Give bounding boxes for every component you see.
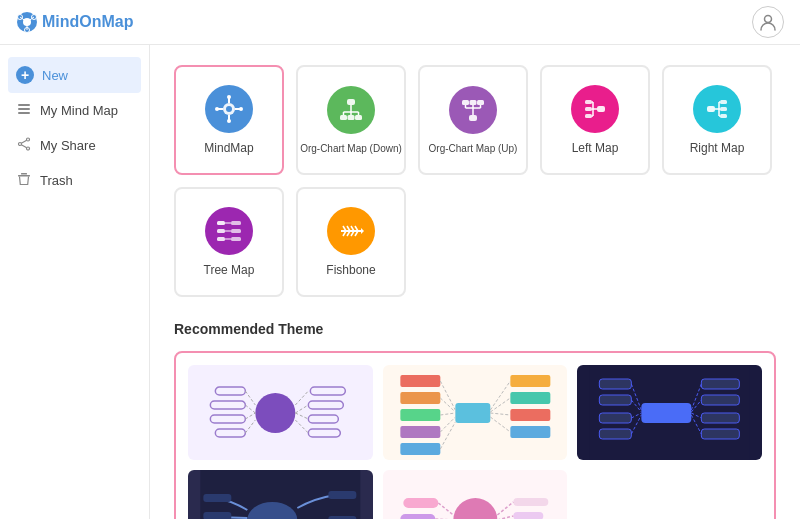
svg-line-16: [21, 145, 26, 148]
svg-rect-29: [347, 99, 355, 105]
svg-rect-68: [231, 221, 241, 225]
map-card-right-map[interactable]: Right Map: [662, 65, 772, 175]
left-map-label: Left Map: [572, 141, 619, 155]
sidebar-trash-label: Trash: [40, 173, 73, 188]
user-avatar[interactable]: [752, 6, 784, 38]
map-card-org-down[interactable]: Org-Chart Map (Down): [296, 65, 406, 175]
svg-point-26: [227, 119, 231, 123]
sidebar: + New My Mind Map: [0, 45, 150, 519]
svg-rect-66: [217, 229, 225, 233]
trash-icon: [16, 172, 32, 189]
svg-rect-134: [600, 413, 632, 423]
section-title: Recommended Theme: [174, 321, 776, 337]
svg-line-15: [21, 140, 26, 143]
svg-point-28: [239, 107, 243, 111]
svg-rect-38: [469, 115, 477, 121]
logo: MindOnMap: [16, 11, 134, 33]
svg-rect-67: [217, 237, 225, 241]
svg-rect-108: [400, 443, 440, 455]
svg-rect-17: [18, 175, 30, 177]
svg-rect-116: [510, 409, 550, 421]
svg-rect-114: [510, 375, 550, 387]
svg-rect-105: [400, 392, 440, 404]
map-card-tree-map[interactable]: Tree Map: [174, 187, 284, 297]
svg-rect-57: [720, 100, 727, 104]
svg-rect-32: [355, 115, 362, 120]
right-map-icon: [693, 85, 741, 133]
sidebar-new-label: New: [42, 68, 68, 83]
theme-card-1[interactable]: [188, 365, 373, 460]
mindmap-icon: [205, 85, 253, 133]
svg-rect-145: [328, 491, 356, 499]
svg-rect-123: [642, 403, 692, 423]
svg-rect-126: [702, 413, 740, 423]
svg-rect-117: [510, 426, 550, 438]
svg-rect-11: [18, 112, 30, 114]
fishbone-icon: [327, 207, 375, 255]
tree-map-icon: [205, 207, 253, 255]
svg-rect-59: [720, 114, 727, 118]
theme-card-4[interactable]: [188, 470, 373, 519]
main-content: MindMap Org-C: [150, 45, 800, 519]
svg-rect-103: [455, 403, 490, 423]
svg-rect-40: [470, 100, 477, 105]
svg-rect-106: [400, 409, 440, 421]
svg-rect-115: [510, 392, 550, 404]
svg-point-20: [226, 106, 232, 112]
list-icon: [16, 102, 32, 119]
svg-rect-49: [585, 107, 592, 111]
map-card-left-map[interactable]: Left Map: [540, 65, 650, 175]
svg-rect-31: [348, 115, 355, 120]
sidebar-item-new[interactable]: + New: [8, 57, 141, 93]
tree-map-label: Tree Map: [204, 263, 255, 277]
svg-rect-47: [597, 106, 605, 112]
sidebar-item-my-share[interactable]: My Share: [0, 128, 149, 163]
sidebar-share-label: My Share: [40, 138, 96, 153]
svg-rect-156: [513, 498, 548, 506]
sidebar-item-my-mind-map[interactable]: My Mind Map: [0, 93, 149, 128]
svg-rect-48: [585, 100, 592, 104]
theme-card-5[interactable]: [383, 470, 568, 519]
sidebar-item-trash[interactable]: Trash: [0, 163, 149, 198]
svg-rect-124: [702, 379, 740, 389]
map-card-mindmap[interactable]: MindMap: [174, 65, 284, 175]
recommended-theme-section: Recommended Theme: [174, 321, 776, 519]
svg-rect-133: [600, 395, 632, 405]
svg-rect-41: [477, 100, 484, 105]
svg-rect-9: [18, 104, 30, 106]
svg-rect-150: [403, 498, 438, 508]
layout: + New My Mind Map: [0, 45, 800, 519]
svg-point-8: [765, 16, 772, 23]
map-card-org-up[interactable]: Org-Chart Map (Up): [418, 65, 528, 175]
svg-rect-127: [702, 429, 740, 439]
svg-rect-30: [340, 115, 347, 120]
share-icon: [16, 137, 32, 154]
svg-rect-65: [217, 221, 225, 225]
theme-card-2[interactable]: [383, 365, 568, 460]
plus-icon: +: [16, 66, 34, 84]
org-up-label: Org-Chart Map (Up): [429, 142, 518, 155]
svg-rect-56: [707, 106, 715, 112]
svg-rect-70: [231, 237, 241, 241]
svg-rect-135: [600, 429, 632, 439]
svg-point-85: [255, 393, 295, 433]
org-down-label: Org-Chart Map (Down): [300, 142, 402, 155]
svg-rect-151: [400, 514, 435, 519]
svg-rect-50: [585, 114, 592, 118]
svg-rect-18: [21, 173, 27, 175]
svg-rect-104: [400, 375, 440, 387]
map-card-fishbone[interactable]: Fishbone: [296, 187, 406, 297]
theme-card-3[interactable]: [577, 365, 762, 460]
map-type-grid: MindMap Org-C: [174, 65, 776, 297]
fishbone-label: Fishbone: [326, 263, 375, 277]
svg-rect-132: [600, 379, 632, 389]
header: MindOnMap: [0, 0, 800, 45]
svg-rect-143: [203, 512, 231, 519]
svg-rect-10: [18, 108, 30, 110]
svg-point-13: [27, 147, 30, 150]
org-up-icon: [449, 86, 497, 134]
svg-rect-69: [231, 229, 241, 233]
svg-rect-125: [702, 395, 740, 405]
svg-rect-107: [400, 426, 440, 438]
svg-marker-83: [361, 228, 364, 234]
